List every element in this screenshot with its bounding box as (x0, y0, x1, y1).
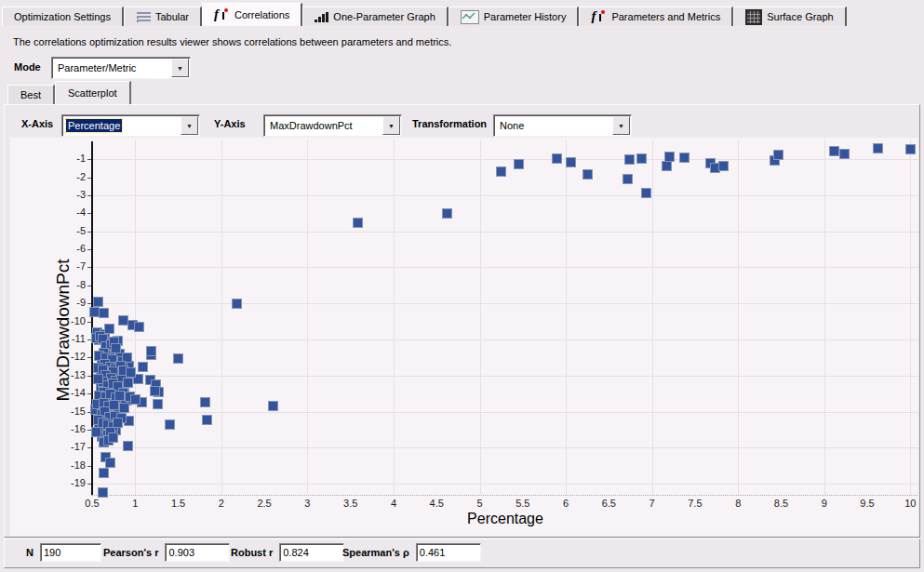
scatter-point (138, 362, 148, 372)
scatter-point (664, 152, 675, 162)
sub-tab-bar: BestScatterplot (7, 81, 131, 104)
y-tick (87, 376, 91, 377)
stat-pearson-s-r: Pearson's r0.903 (103, 543, 230, 562)
scatter-point (108, 432, 118, 443)
y-tick-label: -6 (60, 243, 86, 254)
vertical-gridline (910, 140, 911, 495)
y-tick (87, 249, 91, 250)
scatter-point (905, 144, 916, 154)
tab-parameters-and-metrics[interactable]: fParameters and Metrics (579, 7, 733, 26)
tab-correlations[interactable]: fCorrelations (202, 3, 302, 26)
mode-value: Parameter/Metric (56, 61, 138, 74)
tab-parameter-history[interactable]: Parameter History (449, 7, 580, 26)
horizontal-gridline (91, 484, 918, 485)
scatter-point (165, 419, 175, 430)
scatter-point (109, 400, 119, 410)
x-tick-label: 4.5 (421, 498, 452, 509)
scatter-point (111, 343, 121, 353)
x-tick-label: 0.5 (76, 498, 108, 509)
scatter-point (130, 394, 141, 405)
scatter-point (873, 143, 883, 153)
y-axis-line (91, 141, 93, 495)
y-tick (87, 213, 91, 214)
y-tick (87, 178, 91, 179)
y-tick-label: -19 (60, 477, 86, 488)
function-fi-icon: f (591, 10, 607, 23)
tab-surface-graph[interactable]: Surface Graph (733, 7, 847, 26)
tab-optimization-settings[interactable]: Optimization Settings (2, 7, 124, 26)
y-tick-label: -15 (60, 406, 86, 417)
scatter-point (679, 153, 690, 163)
stat-input-robust-r[interactable]: 0.824 (279, 543, 344, 562)
stat-input-pearson-s-r[interactable]: 0.903 (165, 543, 230, 562)
scatter-point (641, 188, 651, 198)
x-axis-select[interactable]: Percentage ▼ (61, 114, 200, 137)
scatter-point (146, 346, 156, 356)
scatter-point (202, 415, 212, 425)
table-list-icon (137, 12, 151, 22)
y-tick-label: -13 (60, 369, 86, 380)
stat-input-spearman-s[interactable]: 0.461 (416, 543, 481, 562)
scatterplot-panel: X-Axis Percentage ▼ Y-Axis MaxDrawdownPc… (4, 104, 920, 538)
y-tick (87, 232, 91, 233)
stat-label: Spearman's ρ (342, 547, 409, 558)
scatter-point (839, 149, 850, 159)
scatter-point (829, 146, 839, 156)
transformation-value: None (498, 119, 526, 132)
y-tick (87, 393, 91, 394)
x-tick-label: 1 (119, 498, 151, 509)
scatter-point (496, 166, 506, 177)
scatter-point (153, 399, 163, 409)
subtab-best[interactable]: Best (7, 85, 55, 104)
y-tick (87, 466, 91, 467)
x-tick-label: 9.5 (851, 498, 883, 509)
scatter-point (718, 161, 729, 171)
x-tick-label: 6 (550, 498, 582, 509)
y-tick-label: -3 (60, 189, 86, 200)
stat-robust-r: Robust r0.824 (231, 543, 344, 562)
scatter-point (636, 153, 647, 164)
y-tick-label: -7 (60, 260, 86, 272)
scatter-point (200, 397, 210, 407)
horizontal-gridline (91, 267, 918, 268)
y-tick-label: -8 (60, 279, 86, 290)
chevron-down-icon[interactable]: ▼ (382, 116, 400, 135)
subtab-scatterplot[interactable]: Scatterplot (55, 81, 131, 104)
main-tab-bar: Optimization SettingsTabularfCorrelation… (2, 1, 847, 26)
tab-label: Correlations (234, 9, 289, 20)
horizontal-gridline (91, 339, 918, 340)
y-axis-select[interactable]: MaxDrawdownPct ▼ (263, 114, 402, 137)
scatter-point (93, 297, 103, 307)
scatter-point (773, 150, 783, 160)
x-tick-label: 5 (464, 498, 496, 509)
horizontal-gridline (91, 303, 918, 304)
x-axis-label: X-Axis (21, 118, 53, 129)
chevron-down-icon[interactable]: ▼ (181, 116, 198, 135)
y-tick (87, 159, 91, 160)
stat-spearman-s: Spearman's ρ0.461 (342, 543, 481, 562)
tab-label: One-Parameter Graph (333, 11, 435, 22)
tab-tabular[interactable]: Tabular (124, 7, 202, 26)
mode-select[interactable]: Parameter/Metric ▼ (51, 57, 191, 79)
stat-label: N (26, 547, 33, 558)
y-tick-label: -16 (60, 423, 86, 434)
tab-one-parameter-graph[interactable]: One-Parameter Graph (302, 7, 448, 26)
horizontal-gridline (91, 412, 918, 413)
chevron-down-icon[interactable]: ▼ (612, 116, 630, 135)
scatter-point (353, 218, 363, 228)
scatter-point (98, 487, 108, 498)
scatter-point (442, 208, 452, 219)
subtab-label: Best (20, 89, 41, 100)
description-text: The correlations optimization results vi… (13, 36, 451, 47)
x-axis-value: Percentage (66, 119, 122, 132)
x-tick-label: 7.5 (679, 498, 711, 509)
tab-label: Surface Graph (767, 11, 834, 22)
transformation-select[interactable]: None ▼ (493, 114, 632, 137)
subtab-label: Scatterplot (68, 87, 117, 99)
stat-n: N190 (26, 543, 101, 562)
horizontal-gridline (91, 447, 918, 448)
y-tick-label: -1 (60, 153, 86, 164)
stat-input-n[interactable]: 190 (40, 543, 101, 562)
chevron-down-icon[interactable]: ▼ (171, 59, 189, 77)
y-axis-label: Y-Axis (214, 118, 246, 129)
